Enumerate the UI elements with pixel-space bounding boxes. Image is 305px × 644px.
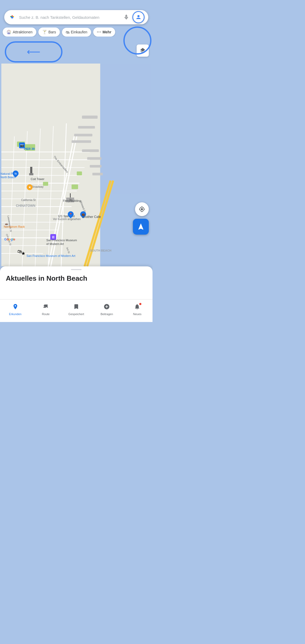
route-label: Route <box>42 312 50 316</box>
chinatown-neighborhood-label: CHINATOWN <box>16 204 35 208</box>
neues-icon <box>134 303 140 311</box>
chip-einkaufen[interactable]: 🛍 Einkaufen <box>62 28 91 37</box>
svg-point-4 <box>10 16 12 17</box>
svg-rect-43 <box>90 165 101 168</box>
google-maps-logo-icon <box>8 13 16 21</box>
profile-icon <box>135 14 142 20</box>
chip-mehr-label: Mehr <box>102 30 111 34</box>
svg-rect-35 <box>71 185 78 189</box>
search-bar[interactable]: Suche z. B. nach Tankstellen, Geldautoma… <box>4 10 148 24</box>
mic-icon <box>123 14 129 20</box>
south-beach-neighborhood-label: SOUTH BEACH <box>90 249 111 252</box>
neues-label: Neues <box>133 312 142 316</box>
svg-rect-42 <box>87 157 101 160</box>
gespeichert-label: Gespeichert <box>68 312 84 316</box>
north-beach-label: North Beach <box>1 176 15 179</box>
svg-rect-36 <box>77 172 82 176</box>
filter-chips-container: 🎡 Attraktionen 🍸 Bars 🛍 Einkaufen ··· Me… <box>0 28 152 37</box>
svg-point-2 <box>12 15 13 17</box>
svg-rect-34 <box>43 182 48 186</box>
coit-tower-building <box>29 167 33 175</box>
svg-rect-41 <box>82 149 99 152</box>
shopping-icon: 🛍 <box>66 30 70 34</box>
arbeit-label: Another Cafe <box>82 215 101 219</box>
natural-pet-label: Natural Pet <box>1 172 15 175</box>
nordstrom-label: San Francisco Museum of Modern Art <box>26 254 75 257</box>
bars-icon: 🍸 <box>42 30 47 34</box>
another-cafe-label: Nordstrom Rack <box>4 225 25 228</box>
svg-rect-6 <box>95 64 151 194</box>
coit-tower-label: Coit Tower <box>31 177 44 181</box>
svg-point-5 <box>137 15 140 17</box>
chip-einkaufen-label: Einkaufen <box>71 30 87 34</box>
nav-item-erkunden[interactable]: Erkunden <box>0 303 30 316</box>
chip-attraktionen-label: Attraktionen <box>13 30 33 34</box>
svg-rect-38 <box>78 126 95 129</box>
mic-button[interactable] <box>122 13 131 22</box>
map-visual[interactable]: 📷 PIER 39 Coit Tower Ferry Building The … <box>0 64 152 266</box>
back-arrow-icon: ⟵ <box>27 46 41 57</box>
svg-rect-39 <box>74 134 92 136</box>
google-watermark: Google <box>4 238 15 241</box>
back-arrow-highlight: ⟵ <box>5 41 62 62</box>
navigation-button[interactable] <box>133 219 149 235</box>
nav-item-route[interactable]: Route <box>30 303 61 316</box>
california-street-label: California St <box>21 199 35 202</box>
nordstrom-star-icon: ★ <box>21 251 25 256</box>
beitragen-icon <box>104 303 110 311</box>
nav-item-neues[interactable]: Neues <box>122 303 152 316</box>
nav-item-beitragen[interactable]: Beitragen <box>92 303 122 316</box>
erkunden-icon <box>12 303 19 311</box>
ferry-building-label: Ferry Building <box>63 199 81 202</box>
chip-bars-label: Bars <box>48 30 56 34</box>
broadway-pin: ★ <box>27 184 33 190</box>
nav-item-gespeichert[interactable]: Gespeichert <box>61 303 91 316</box>
broadway-street-label: Broadway <box>32 185 43 188</box>
map-container[interactable]: Suche z. B. nach Tankstellen, Geldautoma… <box>0 0 152 266</box>
erkunden-label: Erkunden <box>9 312 21 316</box>
attractions-icon: 🎡 <box>6 30 11 34</box>
mehr-dots-icon: ··· <box>97 30 101 34</box>
chip-attraktionen[interactable]: 🎡 Attraktionen <box>3 28 36 37</box>
pier39-label: PIER 39 <box>24 147 35 150</box>
bottom-navigation: Erkunden Route Gespeichert Beitragen <box>0 299 152 322</box>
svg-rect-44 <box>92 173 103 175</box>
svg-rect-37 <box>82 115 98 119</box>
my-location-button[interactable] <box>135 202 149 216</box>
svg-rect-40 <box>71 140 91 143</box>
chip-bars[interactable]: 🍸 Bars <box>38 28 60 37</box>
search-input[interactable]: Suche z. B. nach Tankstellen, Geldautoma… <box>19 15 122 20</box>
map-streets-svg <box>0 64 152 266</box>
vor-kurzem-label: Vor Kurzem angesehen <box>53 218 81 221</box>
sheet-title: Aktuelles in North Beach <box>0 270 152 283</box>
profile-button[interactable] <box>132 11 145 23</box>
my-location-icon <box>139 206 145 212</box>
layers-icon <box>140 47 146 54</box>
navigation-icon <box>137 223 145 231</box>
gespeichert-icon <box>73 303 79 311</box>
notification-dot <box>139 303 141 305</box>
route-icon <box>43 303 49 311</box>
beitragen-label: Beitragen <box>101 312 113 316</box>
sfmoma-label: San Francisco Museumof Modern Art <box>46 238 77 246</box>
svg-point-3 <box>13 16 14 17</box>
layers-button[interactable] <box>137 44 149 57</box>
chip-mehr[interactable]: ··· Mehr <box>93 28 115 37</box>
